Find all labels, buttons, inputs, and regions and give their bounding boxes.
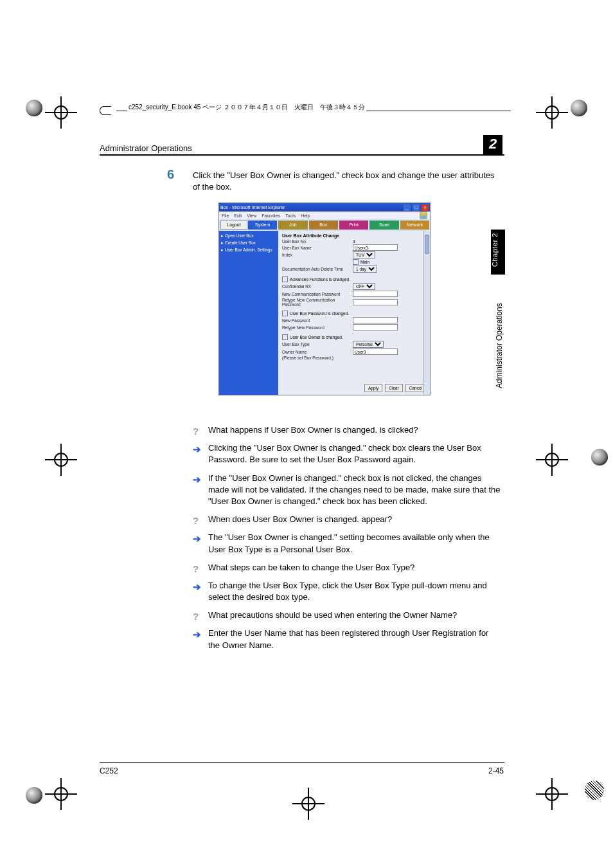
select-conf-rx[interactable]: OFF	[353, 283, 375, 290]
lbl-auto-delete: Documentation Auto Delete Time	[282, 267, 353, 271]
chapter-badge: 2	[483, 135, 502, 156]
lbl-new-pw: New Password	[282, 318, 353, 323]
input-retype-pw[interactable]	[353, 324, 398, 330]
registration-mark	[45, 96, 77, 129]
sidebar-item-create[interactable]: ▸Create User Box	[221, 240, 276, 246]
side-text: Administrator Operations	[495, 282, 504, 410]
qa-list: ?What happens if User Box Owner is chang…	[193, 424, 501, 658]
crop-dot	[585, 781, 604, 800]
tab-print[interactable]: Print	[339, 221, 368, 230]
input-retype-comm-pw[interactable]	[353, 299, 398, 305]
lbl-owner-changed: User Box Owner is changed.	[290, 335, 343, 339]
qa-text: What precautions should be used when ent…	[208, 610, 457, 620]
input-box-name[interactable]	[353, 244, 398, 251]
arrow-icon: ➔	[193, 532, 201, 545]
input-new-comm-pw[interactable]	[353, 291, 398, 297]
checkbox-advanced[interactable]	[282, 276, 288, 282]
clear-button[interactable]: Clear	[385, 384, 403, 392]
arrow-icon: ➔	[193, 442, 201, 456]
checkbox-pw-changed[interactable]	[282, 311, 288, 316]
qa-text: To change the User Box Type, click the U…	[208, 581, 487, 602]
tab-box[interactable]: Box	[309, 221, 338, 230]
logout-button[interactable]: Logout	[220, 221, 247, 230]
tab-job[interactable]: Job	[278, 221, 307, 230]
page-header-title: Administrator Operations	[100, 143, 192, 153]
menu-edit[interactable]: Edit	[234, 213, 242, 218]
qa-text: If the "User Box Owner is changed." chec…	[208, 473, 501, 506]
footer-right: 2-45	[488, 766, 504, 775]
registration-mark	[292, 788, 324, 820]
qa-question: ?What steps can be taken to change the U…	[193, 562, 501, 574]
panel-title: User Box Attribute Change	[282, 233, 426, 238]
step-number: 6	[167, 167, 174, 182]
close-icon[interactable]: ×	[422, 204, 429, 211]
select-index[interactable]: TUV	[353, 251, 375, 258]
registration-mark	[536, 96, 568, 129]
window-title: Box - Microsoft Internet Explorer	[220, 205, 285, 210]
select-auto-delete[interactable]: 1 day	[353, 266, 377, 273]
lbl-owner-note: (Please set Box Password.)	[282, 356, 353, 360]
qa-text: Clicking the "User Box Owner is changed.…	[208, 443, 481, 464]
qa-answer: ➔To change the User Box Type, click the …	[193, 580, 501, 603]
checkbox-main[interactable]	[353, 259, 359, 265]
arrow-icon: ➔	[193, 628, 201, 641]
crop-dot	[591, 449, 608, 466]
main-panel: User Box Attribute Change User Box No.3 …	[278, 231, 430, 395]
menu-favorites[interactable]: Favorites	[262, 213, 280, 218]
input-new-pw[interactable]	[353, 317, 398, 323]
val-box-no: 3	[353, 239, 355, 244]
menu-tools[interactable]: Tools	[285, 213, 296, 218]
step-text: Click the "User Box Owner is changed." c…	[193, 170, 495, 192]
side-tab: Chapter 2	[491, 230, 505, 275]
lbl-retype-comm-pw: Retype New Communication Password	[282, 298, 353, 307]
qa-answer: ➔Clicking the "User Box Owner is changed…	[193, 442, 501, 466]
lbl-owner-name: Owner Name	[282, 350, 353, 354]
crop-dot	[26, 100, 42, 116]
qa-text: When does User Box Owner is changed. app…	[208, 514, 392, 524]
ie-logo-icon	[420, 212, 427, 219]
file-tag: c252_security_E.book 45 ページ ２００７年４月１０日 火…	[127, 103, 366, 112]
lbl-new-comm-pw: New Communication Password	[282, 292, 353, 296]
lbl-box-name: User Box Name	[282, 246, 353, 250]
sidebar-item-admin[interactable]: ▸User Box Admin. Settings	[221, 248, 276, 253]
registration-mark	[45, 778, 77, 810]
apply-button[interactable]: Apply	[364, 384, 382, 392]
scrollbar[interactable]	[423, 231, 430, 395]
menu-help[interactable]: Help	[301, 213, 310, 218]
sidebar: ▸Open User Box ▸Create User Box ▸User Bo…	[219, 231, 278, 395]
footer-rule	[100, 762, 504, 763]
qa-answer: ➔If the "User Box Owner is changed." che…	[193, 473, 501, 508]
select-box-type[interactable]: Personal	[353, 341, 384, 348]
maximize-icon[interactable]: ☐	[413, 204, 420, 211]
lbl-advanced: Advanced Functions is changed.	[290, 277, 350, 282]
lbl-retype-pw: Retype New Password	[282, 325, 353, 330]
qa-question: ?When does User Box Owner is changed. ap…	[193, 514, 501, 525]
lbl-index: Index	[282, 253, 353, 257]
registration-mark	[536, 778, 568, 810]
sidebar-item-open[interactable]: ▸Open User Box	[221, 233, 276, 239]
qa-question: ?What precautions should be used when en…	[193, 610, 501, 621]
qa-answer: ➔The "User Box Owner is changed." settin…	[193, 532, 501, 555]
minimize-icon[interactable]: _	[404, 204, 411, 211]
tab-network[interactable]: Network	[400, 221, 429, 230]
question-mark-icon: ?	[193, 424, 199, 438]
registration-mark	[45, 444, 77, 476]
checkbox-owner-changed[interactable]	[282, 334, 288, 340]
menu-view[interactable]: View	[247, 213, 256, 218]
scrollbar-thumb[interactable]	[425, 235, 429, 254]
qa-text: The "User Box Owner is changed." setting…	[208, 532, 490, 554]
crop-dot	[26, 787, 42, 804]
embedded-screenshot: Box - Microsoft Internet Explorer _ ☐ × …	[218, 203, 431, 395]
qa-text: Enter the User Name that has been regist…	[208, 628, 488, 649]
input-owner-name[interactable]	[353, 348, 398, 355]
qa-text: What happens if User Box Owner is change…	[208, 425, 418, 435]
question-mark-icon: ?	[193, 562, 199, 575]
lbl-conf-rx: Confidential RX	[282, 284, 353, 289]
registration-mark	[536, 444, 568, 476]
footer-left: C252	[100, 766, 118, 775]
question-mark-icon: ?	[193, 610, 199, 623]
tab-scan[interactable]: Scan	[369, 221, 398, 230]
lbl-box-type: User Box Type	[282, 342, 353, 347]
menu-file[interactable]: File	[222, 213, 229, 218]
tab-system[interactable]: System	[248, 221, 277, 230]
